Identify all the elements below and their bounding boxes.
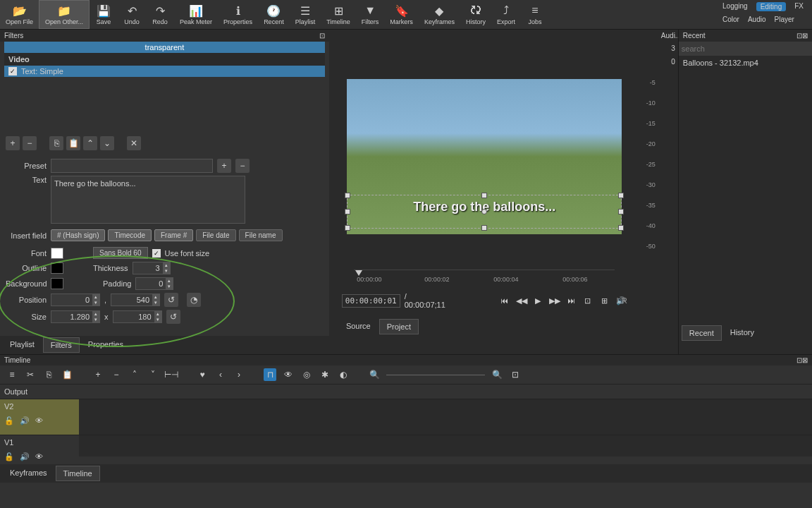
- keyframes-button[interactable]: ◆Keyframes: [419, 0, 460, 29]
- filter-item-text-simple[interactable]: ✓ Text: Simple: [4, 66, 325, 77]
- remove-filter-button[interactable]: −: [23, 136, 37, 150]
- fx-tab[interactable]: FX: [794, 2, 804, 11]
- tab-properties[interactable]: Properties: [81, 337, 130, 353]
- tab-filters[interactable]: Filters: [43, 337, 80, 353]
- preset-combo[interactable]: [51, 159, 213, 173]
- lift-button[interactable]: ˄: [128, 368, 141, 381]
- overwrite-button[interactable]: ˅: [147, 368, 159, 381]
- properties-button[interactable]: ℹProperties: [218, 0, 258, 29]
- save-button[interactable]: 💾Save: [90, 0, 118, 29]
- recent-file-item[interactable]: Balloons - 32132.mp4: [679, 56, 812, 70]
- filters-button[interactable]: ▼Filters: [356, 0, 385, 29]
- insert-field-frame-[interactable]: Frame #: [154, 229, 193, 241]
- mute-icon[interactable]: 🔊: [20, 416, 30, 425]
- open-other--button[interactable]: 📁Open Other...: [39, 0, 90, 29]
- zoom-slider[interactable]: [386, 375, 485, 375]
- font-color-swatch[interactable]: [51, 248, 63, 259]
- play-button[interactable]: ▶: [531, 294, 544, 307]
- size-reset-button[interactable]: ↺: [166, 310, 180, 324]
- add-filter-button[interactable]: +: [6, 136, 20, 150]
- jobs-button[interactable]: ≡Jobs: [521, 0, 549, 29]
- close-icon[interactable]: ⊡⊠: [796, 356, 808, 364]
- skip-end-button[interactable]: ⏭: [565, 294, 577, 307]
- paste-button[interactable]: 📋: [61, 368, 73, 381]
- ripple-all-button[interactable]: ✱: [319, 368, 331, 381]
- tab-recent[interactable]: Recent: [682, 325, 722, 341]
- hide-icon[interactable]: 👁: [35, 452, 43, 461]
- timeline-menu-button[interactable]: ≡: [6, 368, 18, 381]
- position-reset-button[interactable]: ↺: [164, 293, 178, 307]
- snap-button[interactable]: ⊓: [264, 368, 276, 381]
- split-button[interactable]: ⊢⊣: [165, 368, 178, 381]
- editing-tab[interactable]: Editing: [756, 2, 787, 11]
- zoom-fit-button[interactable]: ⊡: [582, 294, 594, 307]
- paste-button[interactable]: 📋: [66, 136, 80, 150]
- skip-start-button[interactable]: ⏮: [498, 294, 511, 307]
- mute-icon[interactable]: 🔊: [20, 452, 30, 461]
- marker-button[interactable]: ♥: [196, 368, 209, 381]
- copy-button[interactable]: ⎘: [49, 136, 63, 150]
- audio-tab[interactable]: Audio: [748, 16, 766, 23]
- text-input[interactable]: There go the balloons...: [51, 176, 245, 224]
- rewind-button[interactable]: ◀◀: [515, 294, 528, 307]
- hide-icon[interactable]: 👁: [35, 416, 43, 425]
- scrub-button[interactable]: 👁: [282, 368, 295, 381]
- timeline-button[interactable]: ⊞Timeline: [321, 0, 356, 29]
- next-marker-button[interactable]: ›: [233, 368, 245, 381]
- preset-add-button[interactable]: +: [217, 159, 231, 173]
- markers-button[interactable]: 🔖Markers: [384, 0, 419, 29]
- open-file-button[interactable]: 📂Open File: [0, 0, 39, 29]
- move-up-button[interactable]: ⌃: [83, 136, 97, 150]
- outline-color-swatch[interactable]: [51, 262, 63, 274]
- tab-source[interactable]: Source: [339, 319, 378, 334]
- logging-tab[interactable]: Logging: [722, 2, 748, 11]
- tab-history[interactable]: History: [723, 325, 761, 341]
- insert-field-file-name[interactable]: File name: [239, 229, 283, 241]
- font-picker-button[interactable]: Sans Bold 60: [93, 247, 148, 259]
- zoom-in-button[interactable]: 🔍: [368, 368, 381, 381]
- insert-field-timecode[interactable]: Timecode: [108, 229, 152, 241]
- ripple-markers-button[interactable]: ◐: [337, 368, 350, 381]
- output-track[interactable]: Output: [0, 384, 812, 399]
- fast-forward-button[interactable]: ▶▶: [548, 294, 561, 307]
- playhead-icon[interactable]: [355, 270, 362, 276]
- close-icon[interactable]: ⊡⊠: [796, 32, 808, 40]
- tab-timeline[interactable]: Timeline: [56, 466, 100, 481]
- track-body-v1[interactable]: [79, 435, 812, 456]
- timecode-current[interactable]: 00:00:00;01: [342, 294, 400, 308]
- preview-time-ruler[interactable]: 00:00:00 00:00:02 00:00:04 00:00:06: [354, 270, 615, 286]
- history-button[interactable]: 🗘History: [460, 0, 491, 29]
- clip-name-bar[interactable]: transparent: [4, 42, 325, 53]
- tab-keyframes[interactable]: Keyframes: [3, 466, 54, 481]
- lock-icon[interactable]: 🔓: [4, 452, 14, 461]
- tab-project[interactable]: Project: [379, 319, 419, 334]
- redo-button[interactable]: ↷Redo: [146, 0, 174, 29]
- track-header-v2[interactable]: V2 🔓 🔊 👁: [0, 399, 79, 435]
- ripple-button[interactable]: ◎: [300, 368, 313, 381]
- text-bounding-box[interactable]: [347, 195, 622, 229]
- filter-enabled-checkbox[interactable]: ✓: [8, 67, 17, 75]
- zoom-out-button[interactable]: 🔍: [491, 368, 503, 381]
- use-font-size-checkbox[interactable]: ✓: [152, 249, 161, 258]
- lock-icon[interactable]: 🔓: [4, 416, 14, 425]
- recent-search-input[interactable]: [679, 42, 812, 56]
- video-preview[interactable]: There go the balloons...: [347, 79, 622, 234]
- cut-button[interactable]: ✂: [24, 368, 37, 381]
- prev-marker-button[interactable]: ‹: [214, 368, 227, 381]
- undo-button[interactable]: ↶Undo: [118, 0, 146, 29]
- move-down-button[interactable]: ⌄: [100, 136, 114, 150]
- append-button[interactable]: +: [92, 368, 104, 381]
- zoom-fit-button[interactable]: ⊡: [509, 368, 522, 381]
- grid-button[interactable]: ⊞: [598, 294, 611, 307]
- export-button[interactable]: ⤴Export: [491, 0, 521, 29]
- track-header-v1[interactable]: V1 🔓 🔊 👁: [0, 435, 79, 464]
- insert-field-file-date[interactable]: File date: [196, 229, 235, 241]
- remove-button[interactable]: −: [110, 368, 123, 381]
- close-icon[interactable]: ⊡: [319, 32, 325, 40]
- color-tab[interactable]: Color: [722, 16, 739, 23]
- keyframe-button[interactable]: ◔: [187, 293, 201, 307]
- insert-field--hash-sign-[interactable]: # (Hash sign): [51, 229, 105, 241]
- deselect-button[interactable]: ✕: [127, 136, 141, 150]
- recent-button[interactable]: 🕐Recent: [258, 0, 290, 29]
- background-color-swatch[interactable]: [51, 278, 63, 289]
